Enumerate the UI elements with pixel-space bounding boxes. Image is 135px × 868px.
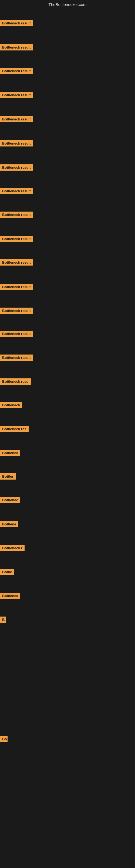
bottleneck-item[interactable]: Bottleneck res [0, 426, 29, 433]
site-title: TheBottlenecker.com [49, 2, 87, 7]
bottleneck-item[interactable]: Bottleneck result [0, 44, 33, 52]
bottleneck-item[interactable]: Bo [0, 736, 8, 743]
bottleneck-badge[interactable]: Bottler [0, 473, 16, 479]
bottleneck-item[interactable]: Bottleneck result [0, 308, 33, 315]
bottleneck-item[interactable]: Bottler [0, 473, 16, 480]
bottleneck-badge[interactable]: Bottleneck result [0, 236, 33, 242]
bottleneck-item[interactable]: Bottleneck result [0, 188, 33, 195]
bottleneck-item[interactable]: Bottleneck result [0, 259, 33, 267]
bottleneck-item[interactable]: Bottleneck resu [0, 378, 31, 386]
bottleneck-badge[interactable]: Bottleneck result [0, 164, 33, 170]
bottleneck-item[interactable]: Bottleneck result [0, 140, 33, 148]
bottleneck-badge[interactable]: Bottleneck result [0, 44, 33, 51]
bottleneck-badge[interactable]: Bottleneck result [0, 92, 33, 98]
bottleneck-item[interactable]: B [0, 617, 6, 624]
bottleneck-badge[interactable]: Bottleneck r [0, 545, 25, 551]
bottleneck-item[interactable]: Bottleneck result [0, 20, 33, 27]
bottleneck-badge[interactable]: Bottle [0, 569, 14, 575]
site-header: TheBottlenecker.com [0, 0, 135, 10]
bottleneck-badge[interactable]: Bottlene [0, 521, 18, 527]
bottleneck-badge[interactable]: Bottleneck result [0, 354, 33, 361]
bottleneck-item[interactable]: Bottleneck result [0, 354, 33, 362]
bottleneck-item[interactable]: Bottleneck result [0, 116, 33, 123]
bottleneck-badge[interactable]: Bottleneck result [0, 284, 33, 290]
bottleneck-badge[interactable]: Bottleneck resu [0, 378, 31, 384]
bottleneck-item[interactable]: Bottlenec [0, 497, 20, 504]
bottleneck-badge[interactable]: Bottlenec [0, 450, 20, 456]
bottleneck-badge[interactable]: Bottleneck result [0, 259, 33, 266]
bottleneck-item[interactable]: Bottleneck result [0, 236, 33, 243]
bottleneck-item[interactable]: Bottleneck result [0, 164, 33, 172]
bottleneck-item[interactable]: Bottleneck [0, 402, 22, 409]
bottleneck-badge[interactable]: Bo [0, 736, 8, 742]
bottleneck-badge[interactable]: Bottleneck [0, 402, 22, 408]
bottleneck-badge[interactable]: Bottlenec [0, 497, 20, 503]
bottleneck-item[interactable]: Bottlenec [0, 593, 20, 600]
bottleneck-badge[interactable]: Bottleneck result [0, 188, 33, 194]
bottleneck-badge[interactable]: Bottleneck result [0, 20, 33, 26]
bottleneck-badge[interactable]: Bottleneck res [0, 426, 29, 432]
bottleneck-item[interactable]: Bottleneck result [0, 212, 33, 219]
bottleneck-badge[interactable]: Bottlenec [0, 593, 20, 599]
bottleneck-item[interactable]: Bottlene [0, 521, 18, 528]
bottleneck-item[interactable]: Bottle [0, 569, 14, 576]
bottleneck-item[interactable]: Bottleneck result [0, 331, 33, 338]
bottleneck-item[interactable]: Bottleneck result [0, 92, 33, 99]
bottleneck-badge[interactable]: Bottleneck result [0, 68, 33, 74]
bottleneck-badge[interactable]: Bottleneck result [0, 116, 33, 122]
bottleneck-item[interactable]: Bottlenec [0, 450, 20, 457]
bottleneck-badge[interactable]: Bottleneck result [0, 140, 33, 147]
bottleneck-item[interactable]: Bottleneck r [0, 545, 25, 552]
bottleneck-badge[interactable]: Bottleneck result [0, 308, 33, 314]
bottleneck-item[interactable]: Bottleneck result [0, 68, 33, 75]
bottleneck-item[interactable]: Bottleneck result [0, 284, 33, 291]
bottleneck-badge[interactable]: Bottleneck result [0, 212, 33, 218]
bottleneck-badge[interactable]: B [0, 617, 6, 623]
bottleneck-badge[interactable]: Bottleneck result [0, 331, 33, 337]
